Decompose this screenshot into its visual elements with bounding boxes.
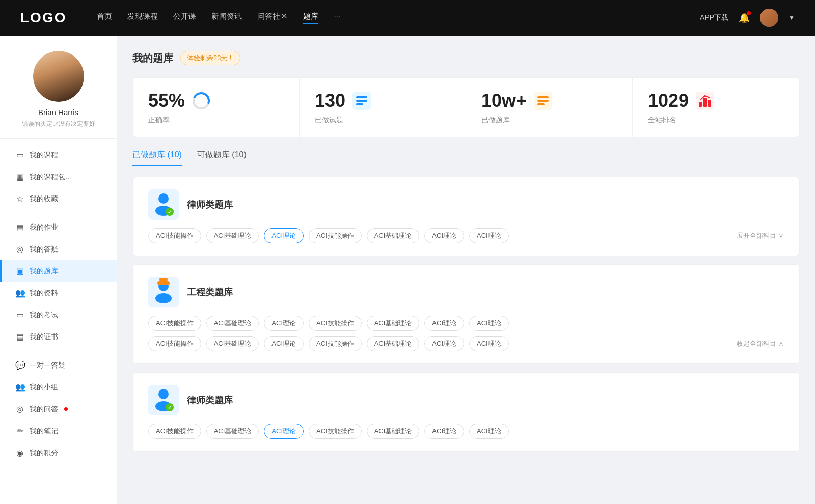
tag[interactable]: ACI理论 <box>264 316 304 331</box>
sidebar-item-label: 我的资料 <box>30 289 58 298</box>
bank-card-1: ✓ 律师类题库 ACI技能操作 ACI基础理论 ACI理论 ACI技能操作 AC… <box>132 177 800 256</box>
sidebar-item-questions[interactable]: ◎ 我的问答 <box>0 398 117 420</box>
tag[interactable]: ACI理论 <box>469 336 509 351</box>
tag[interactable]: ACI技能操作 <box>148 336 201 351</box>
tag[interactable]: ACI理论 <box>424 316 464 331</box>
tag[interactable]: ACI基础理论 <box>367 424 420 439</box>
bank-card-2-tags-row1: ACI技能操作 ACI基础理论 ACI理论 ACI技能操作 ACI基础理论 AC… <box>148 316 784 331</box>
page-title: 我的题库 <box>132 51 173 65</box>
tag[interactable]: ACI技能操作 <box>148 424 201 439</box>
tag[interactable]: ACI技能操作 <box>148 228 201 243</box>
sidebar-item-one-on-one[interactable]: 💬 一对一答疑 <box>0 354 117 376</box>
qa-icon: ◎ <box>15 244 24 254</box>
tag[interactable]: ACI技能操作 <box>309 228 362 243</box>
sidebar-item-notes[interactable]: ✏ 我的笔记 <box>0 420 117 442</box>
main-content: 我的题库 体验剩余23天！ 55% 正确率 <box>117 36 815 504</box>
notification-bell[interactable]: 🔔 <box>739 12 750 23</box>
sidebar-item-favorites[interactable]: ☆ 我的收藏 <box>0 188 117 210</box>
svg-rect-8 <box>537 96 549 98</box>
banks-done-value: 10w+ <box>481 90 527 111</box>
pie-chart-icon <box>192 92 210 110</box>
main-layout: Brian Harris 错误的决定比没有决定要好 ▭ 我的课程 ▦ 我的课程包… <box>0 36 815 504</box>
accuracy-label: 正确率 <box>148 116 284 125</box>
tag[interactable]: ACI技能操作 <box>309 316 362 331</box>
nav-home[interactable]: 首页 <box>97 12 112 24</box>
questions-done-value: 130 <box>315 90 345 111</box>
sidebar-item-materials[interactable]: 👥 我的资料 <box>0 282 117 304</box>
sidebar-item-course-package[interactable]: ▦ 我的课程包... <box>0 166 117 188</box>
tag-active[interactable]: ACI理论 <box>264 424 304 439</box>
expand-link-1[interactable]: 展开全部科目 ∨ <box>737 231 784 240</box>
bank-card-2: 工程类题库 ACI技能操作 ACI基础理论 ACI理论 ACI技能操作 ACI基… <box>132 264 800 364</box>
tab-available-banks[interactable]: 可做题库 (10) <box>197 150 247 165</box>
sidebar-item-certificate[interactable]: ▤ 我的证书 <box>0 326 117 348</box>
tag[interactable]: ACI基础理论 <box>206 228 259 243</box>
stat-accuracy: 55% 正确率 <box>133 78 300 137</box>
svg-point-22 <box>155 293 172 303</box>
svg-text:✓: ✓ <box>168 209 172 215</box>
sidebar-avatar <box>33 51 84 102</box>
user-menu-chevron[interactable]: ▼ <box>789 14 795 21</box>
tag[interactable]: ACI理论 <box>424 228 464 243</box>
sidebar-item-my-qa[interactable]: ◎ 我的答疑 <box>0 238 117 260</box>
nav-question-bank[interactable]: 题库 <box>303 12 318 24</box>
tag[interactable]: ACI理论 <box>469 316 509 331</box>
tag[interactable]: ACI基础理论 <box>367 316 420 331</box>
tag[interactable]: ACI理论 <box>424 336 464 351</box>
chart-red-icon <box>696 92 714 110</box>
sidebar-item-homework[interactable]: ▤ 我的作业 <box>0 216 117 238</box>
sidebar-item-label: 我的答疑 <box>30 245 58 254</box>
tag[interactable]: ACI基础理论 <box>206 424 259 439</box>
nav-discover[interactable]: 发现课程 <box>127 12 158 24</box>
stat-top: 1029 <box>648 90 784 111</box>
points-icon: ◉ <box>15 448 24 458</box>
tag[interactable]: ACI基础理论 <box>206 336 259 351</box>
nav-open-course[interactable]: 公开课 <box>173 12 196 24</box>
tag[interactable]: ACI基础理论 <box>367 336 420 351</box>
svg-rect-6 <box>356 103 363 105</box>
tag[interactable]: ACI理论 <box>469 424 509 439</box>
tag[interactable]: ACI技能操作 <box>148 316 201 331</box>
svg-rect-12 <box>699 102 702 107</box>
stat-top: 55% <box>148 90 284 111</box>
app-download[interactable]: APP下载 <box>700 13 728 22</box>
sidebar-divider-2 <box>0 351 117 351</box>
stats-row: 55% 正确率 130 <box>132 77 800 137</box>
bank-card-title-1: 律师类题库 <box>187 199 233 211</box>
nav-news[interactable]: 新闻资讯 <box>211 12 242 24</box>
svg-rect-10 <box>537 103 545 105</box>
exam-icon: ▭ <box>15 310 24 320</box>
nav-qa[interactable]: 问答社区 <box>257 12 288 24</box>
tab-done-banks[interactable]: 已做题库 (10) <box>132 150 182 166</box>
tabs-row: 已做题库 (10) 可做题库 (10) <box>132 150 800 166</box>
bank-card-2-tags-row2: ACI技能操作 ACI基础理论 ACI理论 ACI技能操作 ACI基础理论 AC… <box>148 336 784 351</box>
avatar[interactable] <box>760 9 778 27</box>
tag[interactable]: ACI技能操作 <box>309 424 362 439</box>
svg-rect-13 <box>703 98 707 107</box>
ranking-label: 全站排名 <box>648 116 784 125</box>
tag[interactable]: ACI基础理论 <box>206 316 259 331</box>
tag[interactable]: ACI基础理论 <box>367 228 420 243</box>
homework-icon: ▤ <box>15 222 24 232</box>
svg-rect-14 <box>708 100 711 107</box>
sidebar-menu: ▭ 我的课程 ▦ 我的课程包... ☆ 我的收藏 ▤ 我的作业 ◎ 我的答疑 ▣ <box>0 139 117 469</box>
collapse-link-2[interactable]: 收起全部科目 ∧ <box>737 339 784 348</box>
tag[interactable]: ACI理论 <box>469 228 509 243</box>
svg-rect-24 <box>159 278 168 281</box>
nav-more[interactable]: ··· <box>334 12 340 24</box>
tag[interactable]: ACI理论 <box>264 336 304 351</box>
sidebar-item-points[interactable]: ◉ 我的积分 <box>0 442 117 464</box>
sidebar-item-my-course[interactable]: ▭ 我的课程 <box>0 144 117 166</box>
svg-point-26 <box>158 389 169 399</box>
bank-card-header-1: ✓ 律师类题库 <box>148 189 784 220</box>
sidebar-item-question-bank[interactable]: ▣ 我的题库 <box>0 260 117 282</box>
sidebar-item-label: 一对一答疑 <box>30 361 65 370</box>
sidebar-item-groups[interactable]: 👥 我的小组 <box>0 376 117 398</box>
banks-done-label: 已做题库 <box>481 116 617 125</box>
questions-icon: ◎ <box>15 404 24 414</box>
bank-card-title-2: 工程类题库 <box>187 286 233 298</box>
tag-active[interactable]: ACI理论 <box>264 228 304 243</box>
sidebar-item-exam[interactable]: ▭ 我的考试 <box>0 304 117 326</box>
tag[interactable]: ACI理论 <box>424 424 464 439</box>
tag[interactable]: ACI技能操作 <box>309 336 362 351</box>
